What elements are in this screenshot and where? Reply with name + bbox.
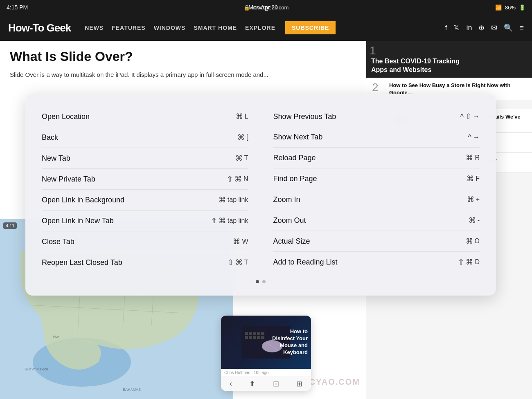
lock-icon: 🔒 <box>243 4 250 11</box>
shortcut-label-new-private-tab: New Private Tab <box>42 175 95 184</box>
svg-rect-14 <box>249 332 252 335</box>
shortcut-find-on-page: Find on Page ⌘F <box>273 168 480 189</box>
shortcut-label-show-next-tab: Show Next Tab <box>273 133 323 141</box>
status-right: 📶 86% 🔋 <box>495 4 525 11</box>
sidebar-item-featured[interactable]: 1 The Best COVID-19 TrackingApps and Web… <box>366 41 532 78</box>
shortcut-divider <box>261 106 261 273</box>
shortcut-label-open-link-bg: Open Link in Background <box>42 196 124 204</box>
shortcut-keys-reload-page: ⌘R <box>466 153 480 162</box>
shortcut-keys-show-next-tab: ^→ <box>468 133 480 141</box>
shortcut-new-tab: New Tab ⌘T <box>42 148 248 169</box>
shortcut-right-col: Show Previous Tab ^⇧→ Show Next Tab ^→ R… <box>273 106 480 273</box>
nav-news[interactable]: NEWS <box>85 25 104 31</box>
shortcut-keys-add-reading-list: ⇧⌘D <box>458 258 480 267</box>
shortcut-back: Back ⌘[ <box>42 127 248 148</box>
shortcut-zoom-out: Zoom Out ⌘- <box>273 210 480 231</box>
svg-rect-19 <box>249 336 252 339</box>
svg-rect-17 <box>261 332 264 335</box>
shortcut-keys-reopen-closed-tab: ⇧⌘T <box>228 258 248 267</box>
shortcut-keys-open-link-new-tab: ⇧⌘tap link <box>211 216 248 225</box>
shortcut-reload-page: Reload Page ⌘R <box>273 148 480 168</box>
sidebar-num-1: 1 <box>370 44 376 57</box>
menu-icon[interactable]: ≡ <box>519 24 524 32</box>
shortcut-popup: Open Location ⌘L Back ⌘[ New Tab ⌘T New … <box>25 94 496 296</box>
shortcut-columns: Open Location ⌘L Back ⌘[ New Tab ⌘T New … <box>42 106 480 273</box>
shortcut-label-reopen-closed-tab: Reopen Last Closed Tab <box>42 258 122 267</box>
nav-smart-home[interactable]: SMART HOME <box>194 25 237 31</box>
shortcut-keys-close-tab: ⌘W <box>233 237 248 246</box>
rss-icon[interactable]: ⊕ <box>478 23 485 32</box>
shortcut-show-prev-tab: Show Previous Tab ^⇧→ <box>273 106 480 127</box>
status-bar: 4:15 PM Mon Apr 20 🔒 howtogeek.com 📶 86%… <box>0 0 532 15</box>
nav-bar: How-To Geek NEWS FEATURES WINDOWS SMART … <box>0 15 532 41</box>
dot-active <box>256 280 259 283</box>
nav-icons: f 𝕏 in ⊕ ✉ 🔍 ≡ <box>445 23 524 32</box>
bottom-card-image: How to Disinfect Your Mouse and Keyboard <box>221 316 311 369</box>
sidebar-num-2: 2 <box>372 82 384 93</box>
share-button[interactable]: ⬆ <box>249 379 255 388</box>
site-logo[interactable]: How-To Geek <box>8 22 71 34</box>
shortcut-keys-back: ⌘[ <box>237 133 248 142</box>
shortcut-open-link-bg: Open Link in Background ⌘tap link <box>42 190 248 211</box>
nav-links: NEWS FEATURES WINDOWS SMART HOME EXPLORE <box>85 25 275 31</box>
shortcut-keys-zoom-out: ⌘- <box>469 216 480 225</box>
nav-windows[interactable]: WINDOWS <box>154 25 186 31</box>
bottom-card-title-text: How to Disinfect Your Mouse and Keyboard <box>271 328 308 356</box>
shortcut-label-add-reading-list: Add to Reading List <box>273 258 338 267</box>
dot-indicator <box>42 280 480 283</box>
shortcut-keys-show-prev-tab: ^⇧→ <box>460 112 480 121</box>
svg-text:BAHAMAS: BAHAMAS <box>123 388 141 392</box>
facebook-icon[interactable]: f <box>445 24 447 32</box>
shortcut-label-new-tab: New Tab <box>42 154 70 163</box>
bottom-card-toolbar: ‹ ⬆ ⊡ ⊞ <box>221 377 311 391</box>
shortcut-label-open-link-new-tab: Open Link in New Tab <box>42 217 114 225</box>
svg-text:FLA: FLA <box>53 335 59 338</box>
article-title: What Is Slide Over? <box>10 49 356 64</box>
shortcut-left-col: Open Location ⌘L Back ⌘[ New Tab ⌘T New … <box>42 106 248 273</box>
svg-rect-21 <box>257 336 260 339</box>
shortcut-zoom-in: Zoom In ⌘+ <box>273 189 480 210</box>
tabs-button[interactable]: ⊡ <box>273 379 279 388</box>
shortcut-label-actual-size: Actual Size <box>273 237 310 246</box>
map-time: 4:11 <box>3 222 17 229</box>
svg-rect-16 <box>257 332 260 335</box>
subscribe-button[interactable]: SUBSCRIBE <box>285 21 336 34</box>
shortcut-label-zoom-out: Zoom Out <box>273 216 306 225</box>
shortcut-actual-size: Actual Size ⌘O <box>273 231 480 252</box>
shortcut-new-private-tab: New Private Tab ⇧⌘N <box>42 169 248 190</box>
shortcut-label-show-prev-tab: Show Previous Tab <box>273 112 336 121</box>
svg-rect-20 <box>253 336 256 339</box>
shortcut-label-find-on-page: Find on Page <box>273 175 317 183</box>
shortcut-keys-open-location: ⌘L <box>236 112 248 121</box>
shortcut-keys-open-link-bg: ⌘tap link <box>219 195 248 204</box>
new-tab-button[interactable]: ⊞ <box>296 379 302 388</box>
article-body: Slide Over is a way to multitask on the … <box>10 70 356 80</box>
sidebar-text-1: The Best COVID-19 TrackingApps and Websi… <box>366 54 464 78</box>
nav-features[interactable]: FEATURES <box>112 25 145 31</box>
svg-rect-18 <box>245 336 248 339</box>
shortcut-label-zoom-in: Zoom In <box>273 195 300 204</box>
url-bar[interactable]: 🔒 howtogeek.com <box>243 4 289 11</box>
shortcut-add-reading-list: Add to Reading List ⇧⌘D <box>273 252 480 272</box>
shortcut-close-tab: Close Tab ⌘W <box>42 231 248 252</box>
shortcut-keys-new-private-tab: ⇧⌘N <box>227 175 248 184</box>
twitter-icon[interactable]: 𝕏 <box>453 23 460 32</box>
shortcut-label-reload-page: Reload Page <box>273 154 316 162</box>
shortcut-keys-actual-size: ⌘O <box>466 237 480 246</box>
shortcut-open-location: Open Location ⌘L <box>42 106 248 127</box>
dot-inactive <box>262 280 266 283</box>
email-icon[interactable]: ✉ <box>491 23 497 32</box>
shortcut-label-back: Back <box>42 133 58 142</box>
search-icon[interactable]: 🔍 <box>504 23 513 32</box>
svg-text:Gulf of Mexico: Gulf of Mexico <box>25 367 48 371</box>
linkedin-icon[interactable]: in <box>466 24 472 32</box>
shortcut-open-link-new-tab: Open Link in New Tab ⇧⌘tap link <box>42 211 248 231</box>
nav-explore[interactable]: EXPLORE <box>245 25 275 31</box>
back-button[interactable]: ‹ <box>230 379 232 388</box>
shortcut-label-open-location: Open Location <box>42 112 90 121</box>
wifi-icon: 📶 <box>495 4 502 11</box>
svg-rect-13 <box>245 332 248 335</box>
bottom-card-meta: Chris Hoffman · 10h ago <box>221 369 311 377</box>
svg-rect-22 <box>261 336 264 339</box>
shortcut-keys-new-tab: ⌘T <box>235 154 248 163</box>
